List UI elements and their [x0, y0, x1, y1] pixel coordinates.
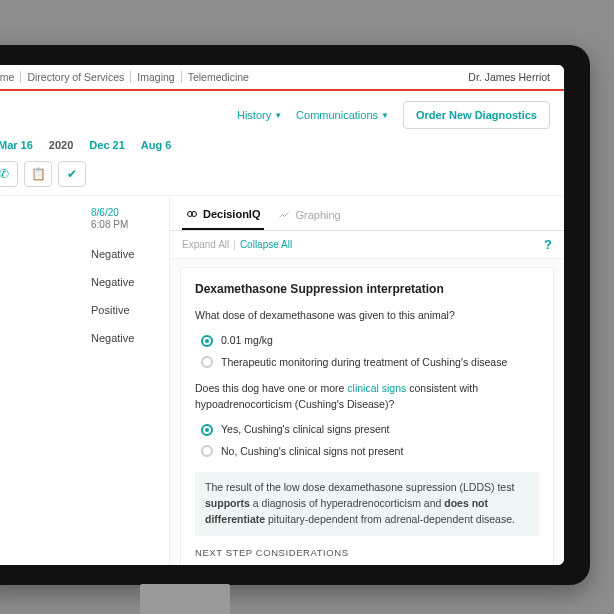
date-aug6[interactable]: Aug 6	[141, 139, 172, 151]
radio-icon	[201, 335, 213, 347]
option-label: Therapeutic monitoring during treatment …	[221, 355, 507, 371]
option-label: No, Cushing's clinical signs not present	[221, 444, 403, 460]
graph-icon	[278, 209, 290, 221]
history-label: History	[237, 109, 271, 121]
toolbar: ✆ 📋 ✔	[0, 161, 564, 196]
radio-icon	[201, 356, 213, 368]
result-row: Negative	[91, 324, 157, 352]
expand-collapse-row: Expand All | Collapse All ?	[170, 231, 564, 259]
card-title: Dexamethasone Suppression interpretation	[195, 280, 539, 298]
radio-icon	[201, 424, 213, 436]
date-bar: Mar 16 2020 Dec 21 Aug 6	[0, 131, 564, 161]
communications-label: Communications	[296, 109, 378, 121]
radio-icon	[201, 445, 213, 457]
result-row: Negative	[91, 240, 157, 268]
nav-directory[interactable]: Directory of Services	[21, 71, 131, 83]
result-summary: The result of the low dose dexamethasone…	[195, 472, 539, 535]
order-diagnostics-button[interactable]: Order New Diagnostics	[403, 101, 550, 129]
result-time: 6:08 PM	[91, 219, 157, 230]
tab-graphing[interactable]: Graphing	[274, 204, 344, 230]
nav-links: ome Directory of Services Imaging Teleme…	[0, 71, 255, 83]
top-nav-bar: ome Directory of Services Imaging Teleme…	[0, 65, 564, 91]
nav-telemedicine[interactable]: Telemedicine	[182, 71, 255, 83]
chevron-down-icon: ▼	[381, 111, 389, 120]
communications-dropdown[interactable]: Communications ▼	[296, 109, 389, 121]
device-frame: ome Directory of Services Imaging Teleme…	[0, 45, 590, 585]
result-date: 8/6/20	[91, 206, 157, 219]
next-steps-header: NEXT STEP CONSIDERATIONS	[195, 546, 539, 560]
q2-option-2[interactable]: No, Cushing's clinical signs not present	[195, 441, 539, 463]
question-1: What dose of dexamethasone was given to …	[195, 308, 539, 324]
divider: |	[233, 239, 236, 250]
history-dropdown[interactable]: History ▼	[237, 109, 282, 121]
user-name[interactable]: Dr. James Herriot	[468, 71, 550, 83]
q1-option-1[interactable]: 0.01 mg/kg	[195, 330, 539, 352]
phone-button[interactable]: ✆	[0, 161, 18, 187]
date-mar16[interactable]: Mar 16	[0, 139, 33, 151]
nav-home[interactable]: ome	[0, 71, 21, 83]
tab-label: DecisionIQ	[203, 208, 260, 220]
q1-option-2[interactable]: Therapeutic monitoring during treatment …	[195, 352, 539, 374]
clipboard-icon: 📋	[31, 167, 46, 181]
date-dec21[interactable]: Dec 21	[89, 139, 124, 151]
tab-label: Graphing	[295, 209, 340, 221]
check-icon: ✔	[67, 167, 77, 181]
help-button[interactable]: ?	[544, 237, 552, 252]
option-label: 0.01 mg/kg	[221, 333, 273, 349]
main-content: 8/6/20 6:08 PM Negative Negative Positiv…	[0, 196, 564, 565]
collapse-all-link[interactable]: Collapse All	[240, 239, 292, 250]
monitor-stand	[140, 584, 230, 614]
tab-decisioniq[interactable]: DecisionIQ	[182, 204, 264, 230]
chevron-down-icon: ▼	[274, 111, 282, 120]
brain-icon	[186, 208, 198, 220]
result-row: Positive	[91, 296, 157, 324]
tab-bar: DecisionIQ Graphing	[170, 196, 564, 231]
check-button[interactable]: ✔	[58, 161, 86, 187]
option-label: Yes, Cushing's clinical signs present	[221, 422, 390, 438]
q2-option-1[interactable]: Yes, Cushing's clinical signs present	[195, 419, 539, 441]
phone-icon: ✆	[0, 167, 9, 181]
interpretation-card: Dexamethasone Suppression interpretation…	[180, 267, 554, 565]
expand-all-link[interactable]: Expand All	[182, 239, 229, 250]
clinical-signs-link[interactable]: clinical signs	[347, 382, 406, 394]
results-pane: 8/6/20 6:08 PM Negative Negative Positiv…	[0, 196, 170, 565]
question-2: Does this dog have one or more clinical …	[195, 381, 539, 413]
detail-pane: ✕ DecisionIQ Graphing Expand All	[170, 196, 564, 565]
clipboard-button[interactable]: 📋	[24, 161, 52, 187]
result-row: Negative	[91, 268, 157, 296]
year-2020: 2020	[49, 139, 73, 151]
screen: ome Directory of Services Imaging Teleme…	[0, 65, 564, 565]
next-steps-body: In a dog with clinical signs consistent …	[195, 564, 539, 565]
action-bar: History ▼ Communications ▼ Order New Dia…	[0, 91, 564, 131]
nav-imaging[interactable]: Imaging	[131, 71, 181, 83]
